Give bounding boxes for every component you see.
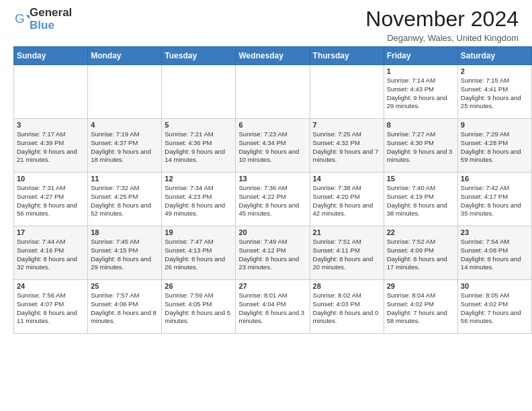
calendar-week-5: 24Sunrise: 7:56 AMSunset: 4:07 PMDayligh… — [14, 280, 532, 334]
day-info: Sunrise: 7:49 AM — [238, 238, 306, 246]
calendar-header: Sunday Monday Tuesday Wednesday Thursday… — [14, 47, 532, 65]
table-row: 16Sunrise: 7:42 AMSunset: 4:17 PMDayligh… — [457, 173, 531, 226]
day-info: Daylight: 8 hours and 14 minutes. — [461, 255, 529, 273]
day-info: Daylight: 8 hours and 52 minutes. — [91, 201, 159, 219]
table-row: 5Sunrise: 7:21 AMSunset: 4:36 PMDaylight… — [162, 119, 236, 173]
day-info: Sunset: 4:22 PM — [238, 193, 306, 201]
day-info: Sunset: 4:07 PM — [17, 300, 85, 309]
day-number: 27 — [238, 282, 306, 290]
day-number: 17 — [17, 228, 85, 236]
day-info: Sunset: 4:43 PM — [387, 85, 455, 94]
day-info: Sunset: 4:12 PM — [238, 246, 306, 255]
day-info: Daylight: 8 hours and 26 minutes. — [165, 255, 232, 273]
logo-icon: G — [15, 12, 30, 27]
col-thursday: Thursday — [310, 47, 384, 65]
table-row: 10Sunrise: 7:31 AMSunset: 4:27 PMDayligh… — [14, 173, 88, 226]
day-info: Sunset: 4:27 PM — [17, 193, 85, 201]
table-row: 25Sunrise: 7:57 AMSunset: 4:06 PMDayligh… — [88, 280, 162, 334]
table-row: 29Sunrise: 8:04 AMSunset: 4:02 PMDayligh… — [384, 280, 457, 334]
table-row: 3Sunrise: 7:17 AMSunset: 4:39 PMDaylight… — [14, 119, 88, 173]
location: Deganwy, Wales, United Kingdom — [365, 33, 519, 43]
day-info: Sunset: 4:34 PM — [238, 139, 306, 148]
day-info: Sunrise: 7:23 AM — [238, 130, 306, 139]
day-info: Daylight: 9 hours and 21 minutes. — [17, 148, 85, 165]
day-info: Sunrise: 7:21 AM — [165, 130, 232, 139]
day-info: Sunset: 4:36 PM — [165, 139, 232, 148]
table-row: 2Sunrise: 7:15 AMSunset: 4:41 PMDaylight… — [457, 65, 531, 119]
day-number: 1 — [387, 67, 455, 75]
day-info: Sunset: 4:02 PM — [387, 300, 455, 309]
day-number: 21 — [313, 228, 381, 236]
table-row — [310, 65, 384, 119]
table-row: 30Sunrise: 8:05 AMSunset: 4:02 PMDayligh… — [457, 280, 531, 334]
day-number: 24 — [17, 282, 85, 290]
day-number: 15 — [387, 175, 455, 183]
day-info: Sunrise: 7:54 AM — [461, 238, 529, 246]
day-info: Sunrise: 7:27 AM — [387, 130, 455, 139]
day-info: Sunset: 4:15 PM — [91, 246, 159, 255]
col-tuesday: Tuesday — [162, 47, 236, 65]
calendar-week-2: 3Sunrise: 7:17 AMSunset: 4:39 PMDaylight… — [14, 119, 532, 173]
day-info: Sunrise: 7:45 AM — [91, 238, 159, 246]
table-row: 18Sunrise: 7:45 AMSunset: 4:15 PMDayligh… — [88, 226, 162, 280]
logo-blue: Blue — [30, 19, 72, 32]
day-info: Daylight: 9 hours and 7 minutes. — [313, 148, 381, 165]
day-info: Sunrise: 7:44 AM — [17, 238, 85, 246]
table-row: 4Sunrise: 7:19 AMSunset: 4:37 PMDaylight… — [88, 119, 162, 173]
logo: G General Blue — [13, 7, 72, 32]
day-info: Sunrise: 7:51 AM — [313, 238, 381, 246]
table-row — [88, 65, 162, 119]
table-row: 9Sunrise: 7:29 AMSunset: 4:28 PMDaylight… — [457, 119, 531, 173]
table-row: 17Sunrise: 7:44 AMSunset: 4:16 PMDayligh… — [14, 226, 88, 280]
table-row: 22Sunrise: 7:52 AMSunset: 4:09 PMDayligh… — [384, 226, 457, 280]
title-section: November 2024 Deganwy, Wales, United Kin… — [365, 7, 519, 43]
table-row: 14Sunrise: 7:38 AMSunset: 4:20 PMDayligh… — [310, 173, 384, 226]
day-info: Daylight: 8 hours and 20 minutes. — [313, 255, 381, 273]
day-number: 19 — [165, 228, 232, 236]
col-wednesday: Wednesday — [236, 47, 310, 65]
day-info: Sunrise: 7:25 AM — [313, 130, 381, 139]
day-info: Sunrise: 7:59 AM — [165, 291, 232, 300]
day-info: Sunset: 4:37 PM — [91, 139, 159, 148]
day-info: Sunset: 4:08 PM — [461, 246, 529, 255]
day-info: Sunset: 4:03 PM — [313, 300, 381, 309]
header-row: Sunday Monday Tuesday Wednesday Thursday… — [14, 47, 532, 65]
day-info: Sunrise: 7:17 AM — [17, 130, 85, 139]
day-info: Daylight: 8 hours and 11 minutes. — [17, 309, 85, 326]
table-row: 7Sunrise: 7:25 AMSunset: 4:32 PMDaylight… — [310, 119, 384, 173]
day-number: 11 — [91, 175, 159, 183]
day-info: Daylight: 8 hours and 23 minutes. — [238, 255, 306, 273]
day-info: Sunset: 4:06 PM — [91, 300, 159, 309]
table-row: 13Sunrise: 7:36 AMSunset: 4:22 PMDayligh… — [236, 173, 310, 226]
day-info: Sunrise: 7:29 AM — [461, 130, 529, 139]
day-info: Daylight: 7 hours and 58 minutes. — [387, 309, 455, 326]
day-info: Daylight: 8 hours and 8 minutes. — [91, 309, 159, 326]
day-info: Daylight: 8 hours and 32 minutes. — [17, 255, 85, 273]
calendar-week-4: 17Sunrise: 7:44 AMSunset: 4:16 PMDayligh… — [14, 226, 532, 280]
table-row: 15Sunrise: 7:40 AMSunset: 4:19 PMDayligh… — [384, 173, 457, 226]
day-number: 25 — [91, 282, 159, 290]
day-info: Sunset: 4:09 PM — [387, 246, 455, 255]
day-info: Sunrise: 7:36 AM — [238, 184, 306, 193]
table-row — [162, 65, 236, 119]
month-title: November 2024 — [365, 7, 519, 32]
day-info: Sunset: 4:20 PM — [313, 193, 381, 201]
col-friday: Friday — [384, 47, 457, 65]
day-info: Daylight: 9 hours and 3 minutes. — [387, 148, 455, 165]
day-number: 30 — [461, 282, 529, 290]
table-row: 6Sunrise: 7:23 AMSunset: 4:34 PMDaylight… — [236, 119, 310, 173]
day-info: Sunset: 4:28 PM — [461, 139, 529, 148]
day-info: Sunrise: 7:56 AM — [17, 291, 85, 300]
table-row: 11Sunrise: 7:32 AMSunset: 4:25 PMDayligh… — [88, 173, 162, 226]
day-info: Sunset: 4:19 PM — [387, 193, 455, 201]
day-number: 22 — [387, 228, 455, 236]
day-info: Sunrise: 7:31 AM — [17, 184, 85, 193]
day-number: 13 — [238, 175, 306, 183]
day-info: Sunset: 4:23 PM — [165, 193, 232, 201]
day-info: Sunrise: 8:01 AM — [238, 291, 306, 300]
table-row: 26Sunrise: 7:59 AMSunset: 4:05 PMDayligh… — [162, 280, 236, 334]
day-info: Daylight: 9 hours and 18 minutes. — [91, 148, 159, 165]
day-info: Sunset: 4:04 PM — [238, 300, 306, 309]
day-number: 6 — [238, 121, 306, 129]
table-row — [236, 65, 310, 119]
